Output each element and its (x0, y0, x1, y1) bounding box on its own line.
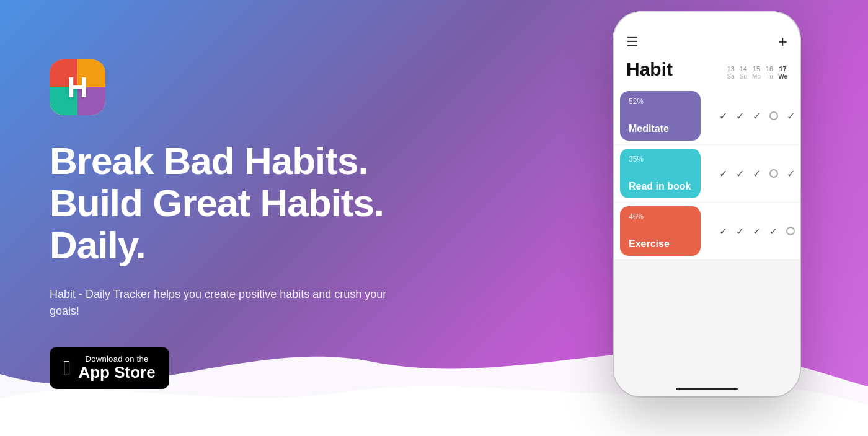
store-text: Download on the App Store (78, 354, 155, 381)
date-columns: 13 Sa 14 Su 15 Mo 16 Tu (727, 65, 787, 80)
app-store-button[interactable]:  Download on the App Store (50, 347, 169, 389)
meditate-checks: ✓ ✓ ✓ ✓ (704, 110, 800, 122)
add-icon: + (778, 32, 787, 51)
meditate-percent: 52% (629, 97, 692, 106)
date-col-su: 14 Su (740, 65, 747, 80)
hero-section: H Break Bad Habits. Build Great Habits. … (50, 0, 471, 436)
headline: Break Bad Habits. Build Great Habits. Da… (50, 140, 471, 267)
app-icon-letter: H (67, 71, 87, 104)
phone-mockup: ☰ + Habit 13 Sa 14 Su 15 M (614, 12, 800, 396)
read-name: Read in book (629, 181, 692, 192)
phone-header: ☰ + (614, 20, 800, 56)
phone-mockup-container: ☰ + Habit 13 Sa 14 Su 15 M (608, 12, 806, 396)
phone-title-row: Habit 13 Sa 14 Su 15 Mo 16 (614, 56, 800, 87)
menu-icon: ☰ (626, 34, 639, 50)
habit-card-read[interactable]: 35% Read in book (620, 149, 701, 198)
habits-list: 52% Meditate ✓ ✓ ✓ ✓ 35% Read i (614, 87, 800, 396)
read-checks: ✓ ✓ ✓ ✓ (704, 168, 800, 180)
read-percent: 35% (629, 155, 692, 164)
apple-icon:  (63, 357, 71, 378)
habit-row-meditate: 52% Meditate ✓ ✓ ✓ ✓ (614, 87, 800, 145)
home-indicator (676, 388, 738, 390)
store-text-top: Download on the (78, 354, 155, 364)
phone-status-bar (614, 12, 800, 20)
store-text-bottom: App Store (78, 364, 155, 381)
habit-card-exercise[interactable]: 46% Exercise (620, 206, 701, 256)
habit-row-exercise: 46% Exercise ✓ ✓ ✓ ✓ (614, 203, 800, 260)
habit-title: Habit (626, 59, 673, 80)
exercise-checks: ✓ ✓ ✓ ✓ (704, 225, 800, 237)
subtext: Habit - Daily Tracker helps you create p… (50, 286, 397, 320)
date-col-mo: 15 Mo (752, 65, 761, 80)
app-icon: H (50, 59, 105, 115)
date-col-we: 17 We (778, 65, 787, 80)
habit-row-read: 35% Read in book ✓ ✓ ✓ ✓ (614, 145, 800, 203)
meditate-name: Meditate (629, 123, 692, 134)
exercise-percent: 46% (629, 212, 692, 221)
date-col-tu: 16 Tu (766, 65, 773, 80)
exercise-name: Exercise (629, 238, 692, 250)
headline-line2: Build Great Habits. Daily. (50, 182, 471, 266)
habit-card-meditate[interactable]: 52% Meditate (620, 91, 701, 141)
headline-line1: Break Bad Habits. (50, 140, 471, 182)
phone-screen: ☰ + Habit 13 Sa 14 Su 15 M (614, 12, 800, 396)
date-col-sa: 13 Sa (727, 65, 735, 80)
